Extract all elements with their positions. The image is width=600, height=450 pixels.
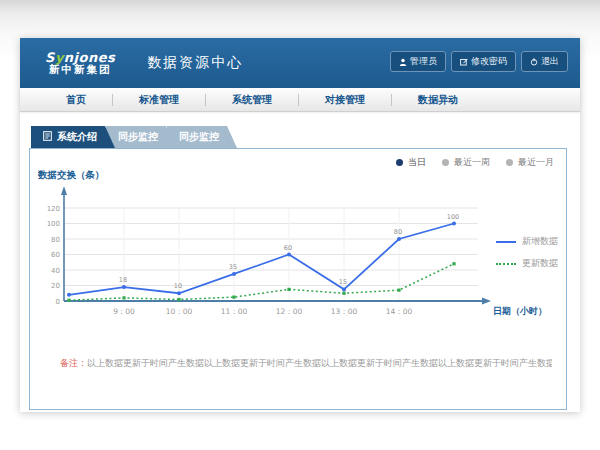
footnote-text: 以上数据更新于时间产生数据以上数据更新于时间产生数据以上数据更新于时间产生数据以…	[87, 358, 552, 368]
user-icon	[399, 58, 407, 66]
legend-line-dotted-icon	[496, 263, 516, 265]
app-window: Synjones 新中新集团 数据资源中心 管理员 修改密码 退出	[20, 38, 580, 412]
tab-system-intro[interactable]: 系统介绍	[31, 126, 115, 148]
svg-text:80: 80	[51, 236, 60, 244]
radio-dot-icon	[506, 159, 513, 166]
footnote-prefix: 备注：	[60, 358, 87, 368]
radio-dot-icon	[396, 159, 403, 166]
svg-text:18: 18	[119, 276, 127, 284]
header-actions: 管理员 修改密码 退出	[390, 51, 568, 72]
svg-text:60: 60	[51, 251, 60, 259]
change-password-button[interactable]: 修改密码	[451, 51, 516, 72]
tab-label: 同步监控	[179, 130, 219, 144]
legend-line-solid-icon	[496, 241, 516, 243]
svg-text:9 : 00: 9 : 00	[113, 307, 135, 316]
tab-label: 同步监控	[118, 130, 158, 144]
svg-text:10: 10	[174, 282, 182, 290]
synjones-logo: Synjones 新中新集团	[45, 51, 115, 76]
svg-text:40: 40	[51, 267, 60, 275]
radio-last-month[interactable]: 最近一月	[506, 156, 554, 169]
chart-panel: 当日 最近一周 最近一月 数据交换（条） 0204060801001209 : …	[29, 148, 567, 410]
change-password-label: 修改密码	[471, 55, 507, 68]
svg-text:100: 100	[447, 213, 459, 221]
document-icon	[43, 131, 52, 143]
svg-text:14 : 00: 14 : 00	[386, 307, 413, 316]
radio-dot-icon	[442, 159, 449, 166]
svg-text:13 : 00: 13 : 00	[331, 307, 358, 316]
nav-item-data-change[interactable]: 数据异动	[392, 93, 484, 107]
tab-label: 系统介绍	[57, 130, 97, 144]
nav-item-home[interactable]: 首页	[40, 93, 112, 107]
time-range-filter: 当日 最近一周 最近一月	[396, 156, 554, 169]
chart-legend: 新增数据 更新数据	[496, 235, 558, 270]
logout-label: 退出	[541, 55, 559, 68]
svg-text:20: 20	[51, 282, 60, 290]
tab-sync-monitor-2[interactable]: 同步监控	[167, 126, 237, 148]
nav-item-standard-mgmt[interactable]: 标准管理	[113, 93, 205, 107]
svg-text:日期（小时）: 日期（小时）	[493, 306, 547, 316]
svg-text:12 : 00: 12 : 00	[276, 307, 303, 316]
main-nav: 首页 标准管理 系统管理 对接管理 数据异动	[20, 88, 580, 112]
legend-item-update-data: 更新数据	[496, 257, 558, 270]
legend-item-new-data: 新增数据	[496, 235, 558, 248]
edit-icon	[460, 58, 468, 66]
radio-last-month-label: 最近一月	[518, 156, 554, 169]
radio-last-week-label: 最近一周	[454, 156, 490, 169]
radio-last-week[interactable]: 最近一周	[442, 156, 490, 169]
svg-text:15: 15	[339, 278, 347, 286]
logo-text-cn: 新中新集团	[45, 64, 115, 75]
svg-text:60: 60	[284, 244, 292, 252]
user-button-label: 管理员	[410, 55, 437, 68]
line-chart: 0204060801001209 : 0010 : 0011 : 0012 : …	[36, 183, 558, 329]
nav-item-system-mgmt[interactable]: 系统管理	[206, 93, 298, 107]
svg-text:10 : 00: 10 : 00	[166, 307, 193, 316]
nav-item-interface-mgmt[interactable]: 对接管理	[299, 93, 391, 107]
radio-today-label: 当日	[408, 156, 426, 169]
footnote: 备注：以上数据更新于时间产生数据以上数据更新于时间产生数据以上数据更新于时间产生…	[60, 357, 552, 370]
legend-label: 新增数据	[522, 235, 558, 248]
legend-label: 更新数据	[522, 257, 558, 270]
svg-text:35: 35	[229, 263, 237, 271]
user-button[interactable]: 管理员	[390, 51, 446, 72]
page-title: 数据资源中心	[133, 54, 243, 72]
logo-text-en: Synjones	[45, 51, 115, 65]
svg-text:0: 0	[56, 298, 60, 306]
tab-bar: 系统介绍 同步监控 同步监控	[31, 126, 228, 148]
svg-text:80: 80	[394, 228, 402, 236]
tab-sync-monitor-1[interactable]: 同步监控	[106, 126, 176, 148]
y-axis-title: 数据交换（条）	[38, 169, 105, 182]
logout-icon	[530, 58, 538, 66]
svg-text:120: 120	[47, 205, 60, 213]
header-bar: Synjones 新中新集团 数据资源中心 管理员 修改密码 退出	[20, 38, 580, 88]
svg-text:100: 100	[47, 220, 60, 228]
logout-button[interactable]: 退出	[521, 51, 568, 72]
radio-today[interactable]: 当日	[396, 156, 426, 169]
svg-text:11 : 00: 11 : 00	[221, 307, 248, 316]
